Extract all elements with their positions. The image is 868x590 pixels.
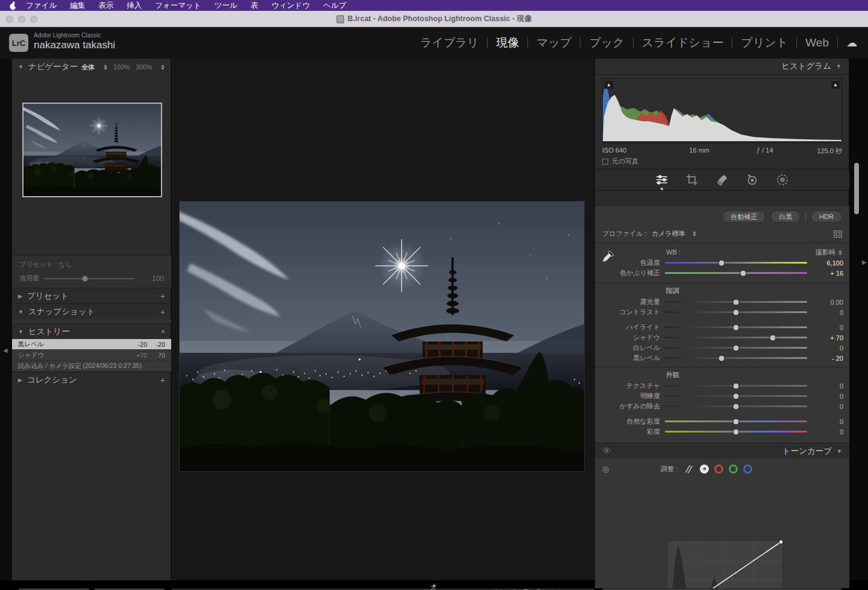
right-panel-scrollbar[interactable] [854, 163, 859, 214]
black-white-button[interactable]: 白黒 [770, 211, 800, 223]
temp-slider[interactable] [665, 262, 807, 264]
hdr-button[interactable]: HDR [811, 211, 842, 223]
vibrance-slider[interactable] [665, 420, 807, 422]
history-collapse-icon[interactable]: ▼ [18, 329, 24, 335]
slider-value[interactable]: - 20 [812, 355, 843, 362]
menu-item-edit[interactable]: 編集 [63, 0, 92, 11]
saturation-slider[interactable] [665, 431, 807, 433]
menu-item-view[interactable]: 表示 [92, 0, 120, 11]
module-slideshow[interactable]: スライドショー [642, 35, 724, 51]
preset-amount-knob[interactable] [82, 276, 87, 281]
module-web[interactable]: Web [805, 36, 829, 49]
clarity-slider[interactable] [665, 395, 807, 397]
tint-slider-knob[interactable] [740, 270, 746, 276]
collapse-right-panel-arrow[interactable]: ▶ [862, 259, 867, 265]
zoom-level-stepper-icon[interactable] [161, 65, 165, 70]
exposure-knob[interactable] [733, 299, 740, 305]
healing-tool-icon[interactable] [715, 173, 729, 186]
history-item[interactable]: 読み込み / カメラ設定 (2024/06/23 0:27:35) [12, 361, 171, 372]
module-print[interactable]: プリント [741, 35, 788, 51]
blacks-slider[interactable] [665, 357, 807, 359]
original-photo-checkbox[interactable] [602, 159, 608, 165]
tone-curve-collapse-icon[interactable]: ▼ [837, 448, 842, 454]
targeted-adjustment-icon[interactable]: ◎ [602, 465, 609, 474]
slider-value[interactable]: 0 [812, 418, 843, 425]
parametric-curve-icon[interactable] [684, 463, 694, 474]
slider-value[interactable]: 6,100 [812, 259, 843, 267]
wb-value[interactable]: 撮影時 [816, 248, 835, 257]
shadows-knob[interactable] [770, 334, 776, 341]
profile-browser-icon[interactable] [834, 230, 842, 238]
contrast-slider[interactable] [665, 311, 807, 313]
right-panel-edge[interactable]: ▶ [849, 59, 868, 580]
exposure-slider[interactable] [665, 301, 807, 303]
history-item[interactable]: 黒レベル -20 -20 [12, 339, 171, 350]
dehaze-slider[interactable] [665, 405, 807, 407]
highlight-clipping-indicator[interactable]: ▲ [831, 81, 840, 89]
histogram-header[interactable]: ヒストグラム ▼ [595, 59, 849, 74]
red-channel-icon[interactable] [714, 465, 723, 474]
tone-curve-header[interactable]: トーンカーブ ▼ [595, 443, 849, 458]
vibrance-knob[interactable] [733, 418, 740, 425]
module-book[interactable]: ブック [589, 35, 624, 51]
zoom-fit-stepper-icon[interactable] [104, 65, 107, 70]
left-panel-edge[interactable]: ◀ [0, 59, 12, 580]
history-section-header[interactable]: ▼ ヒストリー × [12, 323, 171, 339]
navigator-collapse-icon[interactable]: ▼ [18, 64, 24, 70]
highlights-knob[interactable] [733, 324, 740, 331]
crop-tool-icon[interactable] [685, 173, 699, 186]
apple-menu-icon[interactable] [6, 1, 19, 10]
module-develop[interactable]: 現像 [496, 35, 519, 51]
presets-section-header[interactable]: ▶ プリセット + [12, 288, 171, 303]
menu-item-table[interactable]: 表 [244, 0, 265, 11]
history-item[interactable]: シャドウ +70 70 [12, 350, 171, 361]
slider-value[interactable]: + 16 [812, 270, 843, 277]
tone-curve-graph[interactable] [667, 540, 783, 590]
profile-stepper-icon[interactable] [693, 231, 696, 236]
white-balance-eyedropper-icon[interactable] [601, 249, 615, 266]
snapshots-collapse-icon[interactable]: ▼ [18, 309, 24, 315]
auto-tone-button[interactable]: 自動補正 [722, 211, 766, 223]
slider-value[interactable]: + 70 [812, 334, 843, 341]
texture-slider[interactable] [665, 385, 807, 387]
cloud-sync-icon[interactable]: ☁ [846, 37, 857, 48]
slider-value[interactable]: 0 [812, 393, 843, 400]
slider-value[interactable]: 0 [812, 403, 843, 410]
histogram-collapse-icon[interactable]: ▼ [836, 63, 841, 69]
slider-value[interactable]: 0 [812, 344, 843, 352]
collections-section-header[interactable]: ▶ コレクション + [12, 372, 171, 387]
menu-item-format[interactable]: フォーマット [148, 0, 207, 11]
zoom-300-option[interactable]: 300% [136, 63, 152, 71]
preset-amount-slider[interactable] [44, 278, 134, 279]
presets-collapse-icon[interactable]: ▶ [18, 293, 22, 299]
shadows-slider[interactable] [665, 337, 807, 338]
texture-knob[interactable] [733, 382, 740, 389]
navigator-header[interactable]: ▼ ナビゲーター 全体 100% 300% [12, 59, 171, 75]
add-snapshot-button[interactable]: + [160, 307, 165, 317]
temp-slider-knob[interactable] [719, 259, 725, 266]
blue-channel-icon[interactable] [743, 465, 752, 474]
zoom-fit-option[interactable]: 全体 [81, 63, 95, 72]
collections-collapse-icon[interactable]: ▶ [18, 377, 22, 383]
whites-slider[interactable] [665, 347, 807, 349]
add-preset-button[interactable]: + [160, 291, 165, 301]
histogram[interactable]: ▲ ▲ [602, 78, 842, 143]
contrast-knob[interactable] [733, 309, 740, 316]
wb-stepper-icon[interactable] [838, 250, 842, 255]
red-eye-tool-icon[interactable] [745, 173, 760, 186]
green-channel-icon[interactable] [729, 465, 738, 474]
blacks-knob[interactable] [719, 355, 725, 361]
slider-value[interactable]: 0 [812, 309, 843, 316]
menu-item-window[interactable]: ウィンドウ [265, 0, 316, 11]
collapse-left-panel-arrow[interactable]: ◀ [3, 347, 8, 354]
photo-chureito-pagoda-fuji[interactable] [179, 201, 585, 472]
slider-value[interactable]: 0 [812, 428, 843, 436]
clarity-knob[interactable] [733, 393, 740, 399]
zoom-100-option[interactable]: 100% [113, 63, 130, 71]
whites-knob[interactable] [733, 344, 740, 351]
menu-item-file[interactable]: ファイル [19, 0, 63, 11]
menu-item-tools[interactable]: ツール [208, 0, 244, 11]
slider-value[interactable]: 0 [812, 324, 843, 331]
point-curve-luminance-icon[interactable] [700, 465, 709, 474]
edit-sliders-tool-icon[interactable] [655, 173, 669, 186]
